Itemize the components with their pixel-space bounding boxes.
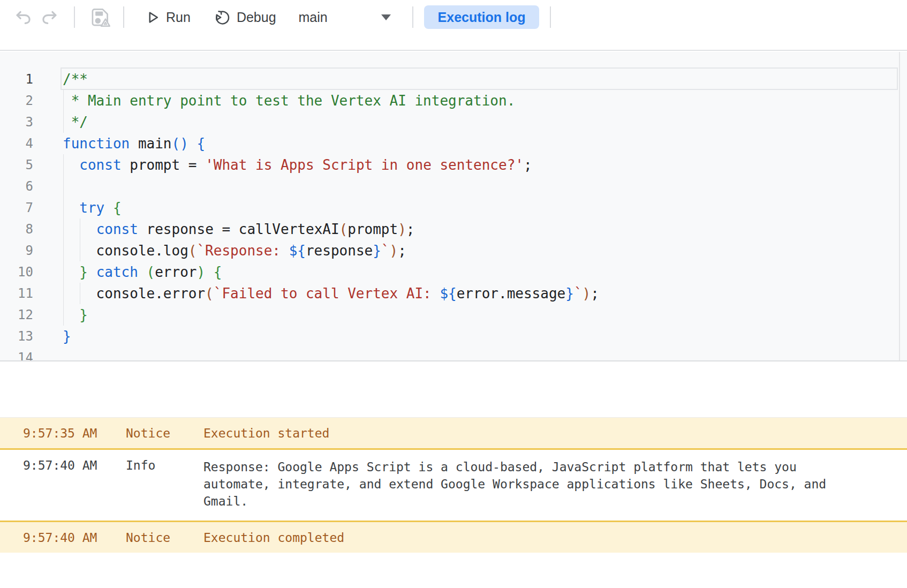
debug-icon [214, 9, 231, 26]
code-token: ( [147, 264, 155, 280]
log-entry-message: Response: Google Apps Script is a cloud-… [203, 458, 846, 510]
line-number: 14 [0, 347, 33, 361]
line-number: 13 [0, 326, 33, 347]
run-button[interactable]: Run [146, 10, 191, 25]
code-token [63, 200, 79, 216]
run-button-label: Run [166, 10, 191, 25]
redo-button[interactable] [41, 8, 59, 26]
code-token: () [172, 135, 188, 152]
code-token: error [155, 264, 196, 280]
code-token: try [79, 200, 104, 216]
current-line-highlight [61, 67, 898, 90]
code-token: ( [339, 221, 348, 237]
code-token: main [130, 135, 171, 152]
save-project-icon [88, 5, 112, 29]
code-token: 'What is Apps Script in one sentence?' [205, 157, 524, 173]
code-token: ) [398, 221, 406, 237]
code-token: */ [63, 114, 88, 130]
code-line[interactable]: } [63, 326, 71, 347]
code-line[interactable]: */ [63, 111, 88, 133]
code-token [63, 307, 79, 323]
code-token: ${ [440, 285, 456, 301]
code-line[interactable]: } [63, 304, 88, 326]
code-token: ; [591, 285, 599, 301]
code-line[interactable]: } catch (error) { [63, 261, 222, 283]
code-editor[interactable]: 1234567891011121314 /** * Main entry poi… [0, 52, 907, 361]
code-token: /** [63, 71, 88, 87]
line-number: 7 [0, 197, 33, 218]
code-token: catch [96, 264, 138, 280]
code-line[interactable]: const response = callVertexAI(prompt); [63, 218, 414, 240]
log-entry-time: 9:57:40 AM [23, 458, 126, 510]
log-entry-row: 9:57:40 AMNoticeExecution completed [0, 521, 907, 553]
play-icon [146, 10, 160, 25]
code-token: prompt = [122, 157, 206, 173]
toolbar-divider [123, 6, 124, 28]
code-token: function [63, 135, 130, 152]
code-token: ( [188, 243, 197, 259]
code-token: ) [390, 243, 398, 259]
code-token: `Response: [196, 243, 289, 259]
code-token: response = callVertexAI [138, 221, 339, 237]
line-number: 8 [0, 218, 33, 240]
line-number: 11 [0, 283, 33, 304]
function-selector-value: main [299, 10, 328, 25]
code-token: } [373, 243, 381, 259]
code-token: response [306, 243, 373, 259]
log-entry-row: 9:57:35 AMNoticeExecution started [0, 418, 907, 450]
save-project-button[interactable] [88, 5, 112, 29]
code-token [88, 264, 96, 280]
line-number: 2 [0, 90, 33, 111]
code-token: { [196, 135, 205, 152]
code-token: `Failed to call Vertex AI: [214, 285, 440, 301]
code-token [205, 264, 214, 280]
log-entry-row: 9:57:40 AMInfoResponse: Google Apps Scri… [0, 450, 907, 521]
code-line[interactable]: console.log(`Response: ${response}`); [63, 240, 406, 261]
code-token: const [79, 157, 121, 173]
code-token: { [113, 200, 122, 216]
line-number: 9 [0, 240, 33, 261]
code-token: ; [406, 221, 415, 237]
line-number: 6 [0, 176, 33, 197]
execution-log-button-label: Execution log [438, 10, 526, 25]
code-line[interactable]: function main() { [63, 133, 205, 154]
code-line[interactable]: * Main entry point to test the Vertex AI… [63, 90, 515, 111]
code-token: ${ [289, 243, 306, 259]
code-token: } [79, 307, 88, 323]
code-token [63, 157, 79, 173]
code-token: } [63, 328, 71, 344]
code-line[interactable]: const prompt = 'What is Apps Script in o… [63, 154, 532, 176]
execution-log-button[interactable]: Execution log [424, 5, 540, 29]
toolbar-divider [74, 6, 75, 28]
undo-button[interactable] [14, 8, 32, 26]
line-number: 4 [0, 133, 33, 154]
code-token: ; [398, 243, 406, 259]
code-line[interactable]: /** [63, 69, 88, 90]
toolbar-divider [412, 6, 413, 28]
code-token: ( [205, 285, 214, 301]
function-selector[interactable]: main [299, 10, 391, 25]
line-number: 12 [0, 304, 33, 326]
debug-button[interactable]: Debug [214, 9, 276, 26]
code-token [63, 221, 96, 237]
dropdown-caret-icon [381, 14, 391, 20]
log-entry-message: Execution completed [203, 531, 846, 545]
line-number: 10 [0, 261, 33, 283]
toolbar-divider [550, 6, 551, 28]
log-entry-level: Notice [126, 531, 203, 545]
code-token [138, 264, 147, 280]
code-token: { [214, 264, 222, 280]
undo-icon [14, 8, 32, 26]
code-token: console.log [63, 243, 188, 259]
code-line[interactable]: try { [63, 197, 122, 218]
code-token [188, 135, 197, 152]
redo-icon [41, 8, 59, 26]
log-entry-time: 9:57:40 AM [23, 531, 126, 545]
execution-log-panel-header: Execution log [0, 363, 907, 418]
code-token [63, 264, 79, 280]
code-token: error.message [457, 285, 566, 301]
log-entry-time: 9:57:35 AM [23, 426, 126, 440]
debug-button-label: Debug [237, 10, 276, 25]
code-token: ; [524, 157, 532, 173]
code-line[interactable]: console.error(`Failed to call Vertex AI:… [63, 283, 599, 304]
